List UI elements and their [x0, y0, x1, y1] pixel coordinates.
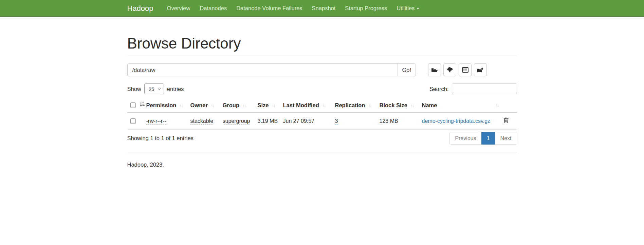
table-footer: Showing 1 to 1 of 1 entries Previous 1 N…	[127, 132, 517, 145]
sort-icon: ↑↓	[322, 103, 326, 108]
name-cell: demo-cycling-tripdata.csv.gz	[422, 113, 503, 130]
page-size-select[interactable]: 25	[144, 83, 164, 94]
folder-move-icon	[477, 67, 484, 73]
pagination-previous[interactable]: Previous	[449, 132, 481, 145]
page-title: Browse Directory	[127, 35, 517, 52]
owner-editable[interactable]: stackable	[190, 118, 214, 125]
move-file-button[interactable]	[474, 63, 487, 76]
column-header-size[interactable]: Size↑↓	[258, 100, 283, 113]
permission-editable[interactable]: -rw-r--r--	[146, 118, 167, 125]
column-label: Permission	[146, 102, 177, 108]
replication-editable[interactable]: 3	[335, 118, 338, 125]
column-label: Size	[258, 102, 269, 108]
upload-icon	[446, 67, 453, 73]
pagination-page-1[interactable]: 1	[481, 132, 495, 145]
nav-utilities-dropdown[interactable]: Utilities	[392, 5, 424, 12]
directory-listing-table: Permission↑↓ Owner↑↓ Group↑↓ Size↑↓ Last…	[127, 100, 517, 130]
show-label: Show	[127, 86, 141, 92]
entries-info: Showing 1 to 1 of 1 entries	[127, 135, 194, 142]
upload-file-button[interactable]	[443, 63, 456, 76]
caret-down-icon	[417, 8, 419, 10]
row-select-cell	[127, 113, 146, 130]
sort-icon: ↑↓	[410, 103, 414, 108]
column-header-last-modified[interactable]: Last Modified↑↓	[283, 100, 335, 113]
column-label: Block Size	[380, 102, 408, 108]
column-label: Last Modified	[283, 102, 319, 108]
column-header-permission[interactable]: Permission↑↓	[146, 100, 190, 113]
pagination: Previous 1 Next	[449, 132, 517, 145]
select-all-checkbox[interactable]	[130, 102, 136, 108]
nav-datanode-volume-failures[interactable]: Datanode Volume Failures	[232, 5, 307, 12]
page-length-control: Show 25 entries	[127, 83, 184, 94]
create-directory-button[interactable]	[428, 63, 441, 76]
sort-icon: ↑↓	[179, 103, 183, 108]
directory-input-group: Go!	[127, 63, 416, 76]
actions-cell	[503, 113, 517, 130]
file-name-link[interactable]: demo-cycling-tripdata.csv.gz	[422, 118, 491, 124]
nav-utilities-label: Utilities	[397, 5, 415, 11]
search-input[interactable]	[452, 83, 517, 94]
column-header-group[interactable]: Group↑↓	[223, 100, 258, 113]
folder-open-icon	[431, 67, 438, 73]
pagination-next[interactable]: Next	[495, 132, 517, 145]
column-label: Owner	[190, 102, 208, 108]
trash-icon	[503, 119, 509, 125]
sorted-asc-icon	[140, 102, 145, 108]
set-quota-button[interactable]	[459, 63, 472, 76]
page-header: Browse Directory	[127, 35, 517, 56]
main-content: Browse Directory Go!	[127, 35, 517, 168]
row-checkbox[interactable]	[130, 118, 136, 124]
column-header-replication[interactable]: Replication↑↓	[335, 100, 380, 113]
directory-path-input[interactable]	[127, 63, 398, 76]
table-header-row: Permission↑↓ Owner↑↓ Group↑↓ Size↑↓ Last…	[127, 100, 517, 113]
search-label: Search:	[429, 86, 449, 92]
column-header-actions	[503, 100, 517, 113]
permission-cell: -rw-r--r--	[146, 113, 190, 130]
column-label: Replication	[335, 102, 365, 108]
column-header-block-size[interactable]: Block Size↑↓	[380, 100, 422, 113]
last-modified-cell: Jun 27 09:57	[283, 113, 335, 130]
path-bar: Go!	[127, 63, 517, 76]
top-navbar: Hadoop Overview Datanodes Datanode Volum…	[0, 0, 644, 17]
column-header-name[interactable]: Name↑↓	[422, 100, 503, 113]
footer-text: Hadoop, 2023.	[127, 162, 517, 168]
brand-hadoop[interactable]: Hadoop	[127, 4, 153, 13]
nav-datanodes[interactable]: Datanodes	[195, 5, 232, 12]
group-cell: supergroup	[223, 113, 258, 130]
list-icon	[462, 67, 468, 73]
file-action-buttons	[428, 63, 487, 76]
sort-icon: ↑↓	[242, 103, 246, 108]
nav-startup-progress[interactable]: Startup Progress	[340, 5, 392, 12]
table-row: -rw-r--r-- stackable supergroup 3.19 MB …	[127, 113, 517, 130]
footer-divider	[127, 152, 517, 152]
group-editable[interactable]: supergroup	[223, 118, 250, 125]
chevron-down-icon	[158, 87, 161, 90]
column-header-owner[interactable]: Owner↑↓	[190, 100, 223, 113]
entries-label: entries	[167, 86, 184, 92]
sort-icon: ↑↓	[272, 103, 275, 108]
nav-snapshot[interactable]: Snapshot	[307, 5, 341, 12]
size-cell: 3.19 MB	[258, 113, 283, 130]
column-label: Name	[422, 102, 437, 109]
delete-file-button[interactable]	[503, 117, 509, 125]
sort-icon: ↑↓	[495, 103, 499, 108]
sort-icon: ↑↓	[211, 103, 214, 108]
table-controls: Show 25 entries Search:	[127, 83, 517, 94]
page-size-value: 25	[149, 86, 154, 92]
go-button[interactable]: Go!	[398, 63, 416, 76]
select-all-header[interactable]	[127, 100, 146, 113]
owner-cell: stackable	[190, 113, 223, 130]
block-size-cell: 128 MB	[380, 113, 422, 130]
search-control: Search:	[429, 83, 517, 94]
sort-icon: ↑↓	[368, 103, 371, 108]
nav-overview[interactable]: Overview	[162, 5, 195, 12]
replication-cell: 3	[335, 113, 380, 130]
column-label: Group	[223, 102, 240, 108]
